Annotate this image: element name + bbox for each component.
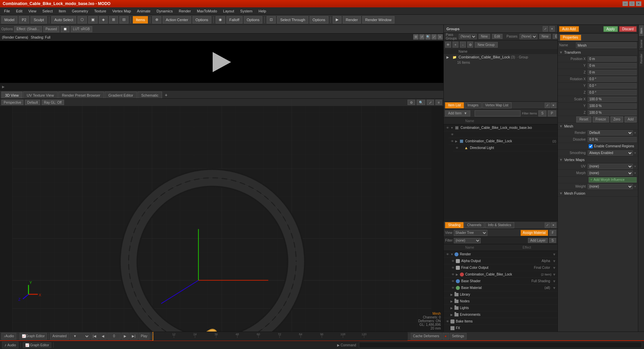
play-button-icon[interactable] bbox=[213, 52, 231, 72]
item-expand-2[interactable]: ▶ bbox=[455, 140, 459, 143]
rc-btn5[interactable]: ≡ bbox=[437, 34, 443, 40]
group-row-1[interactable]: ▶ 📁 Combination_Cable_Bike_Lock (3) · Gr… bbox=[444, 54, 557, 60]
tab-uv-texture[interactable]: UV Texture View bbox=[23, 92, 58, 98]
menu-layout[interactable]: Layout bbox=[220, 8, 237, 14]
passes-new-btn[interactable]: New bbox=[539, 34, 551, 39]
next-frame-btn[interactable]: ▶| bbox=[129, 333, 138, 340]
shader-row-fx[interactable]: FX bbox=[444, 325, 557, 332]
sh-expand-envs[interactable]: ▶ bbox=[450, 313, 454, 316]
pass-groups-select[interactable]: (None) bbox=[459, 34, 477, 39]
sh-vis-cable[interactable]: 👁 bbox=[450, 272, 455, 277]
shading-expand-btn[interactable]: ⤢ bbox=[545, 222, 550, 228]
maximize-btn[interactable]: □ bbox=[629, 1, 635, 6]
groups-remove-btn[interactable]: - bbox=[460, 42, 466, 48]
vert-tab-scene[interactable]: Scene bbox=[639, 37, 644, 51]
audio-status[interactable]: ♪ Audio bbox=[2, 342, 18, 348]
shader-row-cable-lock[interactable]: 👁 ▶ Combination_Cable_Bike_Lock (2 Item)… bbox=[444, 271, 557, 278]
pass-groups-edit-btn[interactable]: Edit bbox=[492, 34, 502, 39]
tab-schematic[interactable]: Schematic bbox=[138, 92, 162, 98]
shader-row-environments[interactable]: ▶ Environments bbox=[444, 311, 557, 318]
tab-channels[interactable]: Channels bbox=[464, 222, 484, 228]
sh-expand-cable[interactable]: ▶ bbox=[456, 273, 460, 276]
apply-btn[interactable]: Apply bbox=[603, 26, 618, 32]
sh-vis-base-material[interactable]: 👁 bbox=[450, 286, 455, 290]
tab-vertex-map-list[interactable]: Vertex Map List bbox=[482, 102, 512, 108]
rc-btn1[interactable]: ⚙ bbox=[413, 34, 419, 40]
mesh-section-header[interactable]: ▼ Mesh bbox=[558, 123, 638, 130]
il-p-btn[interactable]: P bbox=[548, 110, 556, 116]
tab-item-list[interactable]: Item List bbox=[445, 102, 464, 108]
menu-maxtomodo[interactable]: MaxToModo bbox=[194, 8, 220, 14]
shader-row-library[interactable]: ▶ Library bbox=[444, 291, 557, 298]
prev-frame-btn[interactable]: ◀ bbox=[99, 333, 107, 340]
add-morph-btn[interactable]: + Add Morph Influence bbox=[589, 177, 637, 183]
mode-model-btn[interactable]: Model bbox=[1, 16, 17, 23]
lut-btn[interactable]: LUT: sRGB bbox=[71, 26, 92, 32]
pos-z-input[interactable] bbox=[588, 70, 637, 75]
vp-settings-icon[interactable]: ⚙ bbox=[408, 100, 415, 105]
groups-settings-btn[interactable]: ⚙ bbox=[467, 42, 473, 48]
vp-raygl-btn[interactable]: Ray GL: Off bbox=[42, 100, 64, 105]
rec-btn[interactable]: ● bbox=[442, 333, 449, 340]
falloff-btn[interactable]: Falloff bbox=[226, 16, 243, 23]
rc-btn4[interactable]: ⤢ bbox=[431, 34, 437, 40]
sh-expand-nodes[interactable]: ▶ bbox=[450, 300, 454, 303]
play-btn[interactable]: Play bbox=[139, 333, 150, 340]
smoothing-select[interactable]: Always Enabled bbox=[588, 150, 633, 156]
sh-vis-alpha[interactable]: 👁 bbox=[450, 259, 455, 263]
close-btn[interactable]: ✕ bbox=[636, 1, 641, 6]
command-input[interactable] bbox=[359, 342, 642, 348]
dissolve-input[interactable] bbox=[588, 137, 637, 142]
menu-system[interactable]: System bbox=[237, 8, 255, 14]
shader-row-nodes[interactable]: ▶ Nodes bbox=[444, 298, 557, 305]
item-row-light[interactable]: 👁 Directional Light bbox=[453, 145, 557, 151]
shading-close-btn[interactable]: ✕ bbox=[551, 222, 556, 228]
new-group-btn[interactable]: New Group bbox=[475, 42, 498, 48]
sh-vis-render[interactable]: 👁 bbox=[445, 252, 450, 257]
select-btn[interactable]: Select Through bbox=[277, 16, 308, 23]
weight-select[interactable]: (none) bbox=[588, 184, 633, 189]
action-center-icon[interactable]: ⊕ bbox=[152, 16, 161, 23]
item-list-expand-btn[interactable]: ⤢ bbox=[545, 103, 550, 108]
menu-edit[interactable]: Edit bbox=[13, 8, 25, 14]
f-shortcut-btn[interactable]: F bbox=[549, 230, 556, 236]
item-vis-1[interactable]: 👁 bbox=[445, 126, 450, 130]
tab-gradient-editor[interactable]: Gradient Editor bbox=[105, 92, 137, 98]
tool-icon-2[interactable]: ▣ bbox=[88, 16, 98, 23]
item-row-scene[interactable]: 👁 ▼ Combination_Cable_Bike_Lock_modo_bas… bbox=[444, 124, 557, 131]
menu-file[interactable]: File bbox=[1, 8, 13, 14]
auto-select-btn[interactable]: Auto Select bbox=[51, 16, 76, 23]
tool-icon-5[interactable]: ⊟ bbox=[119, 16, 128, 23]
shader-row-lights[interactable]: ▶ Lights bbox=[444, 305, 557, 311]
item-vis-2[interactable]: 👁 bbox=[450, 139, 454, 144]
vert-tab-item[interactable]: Item bbox=[639, 25, 644, 37]
vp-search-icon[interactable]: 🔍 bbox=[417, 100, 425, 105]
tab-render-preset[interactable]: Render Preset Browser bbox=[58, 92, 104, 98]
groups-close-btn[interactable]: ✕ bbox=[549, 26, 555, 32]
scale-z-input[interactable] bbox=[588, 110, 637, 115]
filter-select[interactable]: (none) bbox=[454, 238, 481, 243]
tab-shading[interactable]: Shading bbox=[445, 222, 464, 228]
options3-btn[interactable]: Options bbox=[310, 16, 328, 23]
falloff-icon[interactable]: ◉ bbox=[216, 16, 225, 23]
sh-expand-render[interactable]: ▼ bbox=[450, 253, 454, 256]
sh-expand-lights[interactable]: ▶ bbox=[450, 306, 454, 310]
play-fwd-btn[interactable]: ▶ bbox=[121, 333, 129, 340]
effect-btn[interactable]: Effect: (Shadi... bbox=[14, 26, 42, 32]
scale-y-input[interactable] bbox=[588, 103, 637, 109]
enable-command-checkbox[interactable] bbox=[589, 144, 593, 148]
shader-row-bake[interactable]: 👁 Bake Items bbox=[444, 318, 557, 325]
menu-help[interactable]: Help bbox=[256, 8, 269, 14]
options2-btn[interactable]: Options bbox=[244, 16, 263, 23]
morph-select[interactable]: (none) bbox=[588, 170, 633, 176]
graph-editor-status[interactable]: 📈 Graph Editor bbox=[23, 342, 52, 348]
menu-render[interactable]: Render bbox=[176, 8, 194, 14]
vertex-maps-section-header[interactable]: ▼ Vertex Maps bbox=[558, 156, 638, 163]
shader-tree-select[interactable]: Shader Tree bbox=[454, 230, 487, 236]
menu-vertex-map[interactable]: Vertex Map bbox=[110, 8, 134, 14]
prev-key-btn[interactable]: |◀ bbox=[91, 333, 99, 340]
sh-vis-nodes[interactable] bbox=[445, 299, 450, 304]
shader-row-alpha[interactable]: 👁 Alpha Output Alpha ▼ bbox=[444, 258, 557, 264]
timeline-ruler[interactable]: 0 12 24 36 48 60 72 84 96 108 120 bbox=[153, 332, 408, 341]
sh-vis-bake[interactable]: 👁 bbox=[445, 319, 450, 324]
